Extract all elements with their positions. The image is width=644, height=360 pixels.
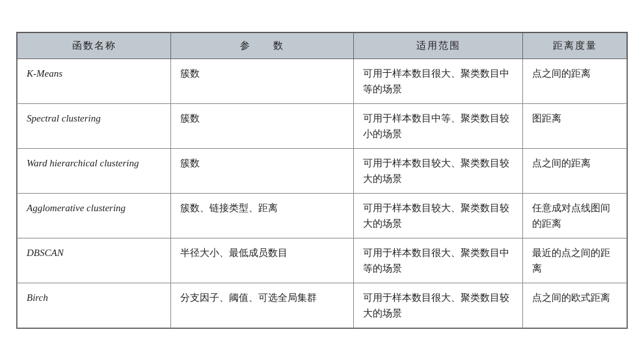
cell-func-name: Spectral clustering (18, 103, 171, 148)
cell-distance: 点之间的欧式距离 (523, 283, 627, 328)
cell-distance: 最近的点之间的距离 (523, 238, 627, 283)
table-row: Spectral clustering簇数可用于样本数目中等、聚类数目较小的场景… (18, 103, 627, 148)
col-header-distance: 距离度量 (523, 32, 627, 58)
cell-distance: 点之间的距离 (523, 58, 627, 103)
cell-scope: 可用于样本数目中等、聚类数目较小的场景 (354, 103, 523, 148)
cell-distance: 任意成对点线图间的距离 (523, 193, 627, 238)
cell-func-name: Ward hierarchical clustering (18, 148, 171, 193)
cell-params: 半径大小、最低成员数目 (171, 238, 354, 283)
table-row: DBSCAN半径大小、最低成员数目可用于样本数目很大、聚类数目中等的场景最近的点… (18, 238, 627, 283)
main-table-container: 函数名称 参 数 适用范围 距离度量 K-Means簇数可用于样本数目很大、聚类… (16, 32, 628, 329)
col-header-scope: 适用范围 (354, 32, 523, 58)
cell-scope: 可用于样本数目较大、聚类数目较大的场景 (354, 193, 523, 238)
col-header-params: 参 数 (171, 32, 354, 58)
cell-distance: 图距离 (523, 103, 627, 148)
cell-params: 簇数、链接类型、距离 (171, 193, 354, 238)
cell-func-name: K-Means (18, 58, 171, 103)
col-header-func-name: 函数名称 (18, 32, 171, 58)
cell-params: 簇数 (171, 148, 354, 193)
table-row: K-Means簇数可用于样本数目很大、聚类数目中等的场景点之间的距离 (18, 58, 627, 103)
cell-params: 分支因子、阈值、可选全局集群 (171, 283, 354, 328)
table-row: Agglomerative clustering簇数、链接类型、距离可用于样本数… (18, 193, 627, 238)
clustering-table: 函数名称 参 数 适用范围 距离度量 K-Means簇数可用于样本数目很大、聚类… (17, 32, 627, 328)
cell-params: 簇数 (171, 58, 354, 103)
cell-scope: 可用于样本数目很大、聚类数目中等的场景 (354, 238, 523, 283)
table-row: Ward hierarchical clustering簇数可用于样本数目较大、… (18, 148, 627, 193)
cell-func-name: Agglomerative clustering (18, 193, 171, 238)
cell-params: 簇数 (171, 103, 354, 148)
cell-func-name: Birch (18, 283, 171, 328)
cell-scope: 可用于样本数目很大、聚类数目中等的场景 (354, 58, 523, 103)
table-header-row: 函数名称 参 数 适用范围 距离度量 (18, 32, 627, 58)
cell-scope: 可用于样本数目较大、聚类数目较大的场景 (354, 148, 523, 193)
cell-distance: 点之间的距离 (523, 148, 627, 193)
cell-scope: 可用于样本数目很大、聚类数目较大的场景 (354, 283, 523, 328)
table-row: Birch分支因子、阈值、可选全局集群可用于样本数目很大、聚类数目较大的场景点之… (18, 283, 627, 328)
cell-func-name: DBSCAN (18, 238, 171, 283)
